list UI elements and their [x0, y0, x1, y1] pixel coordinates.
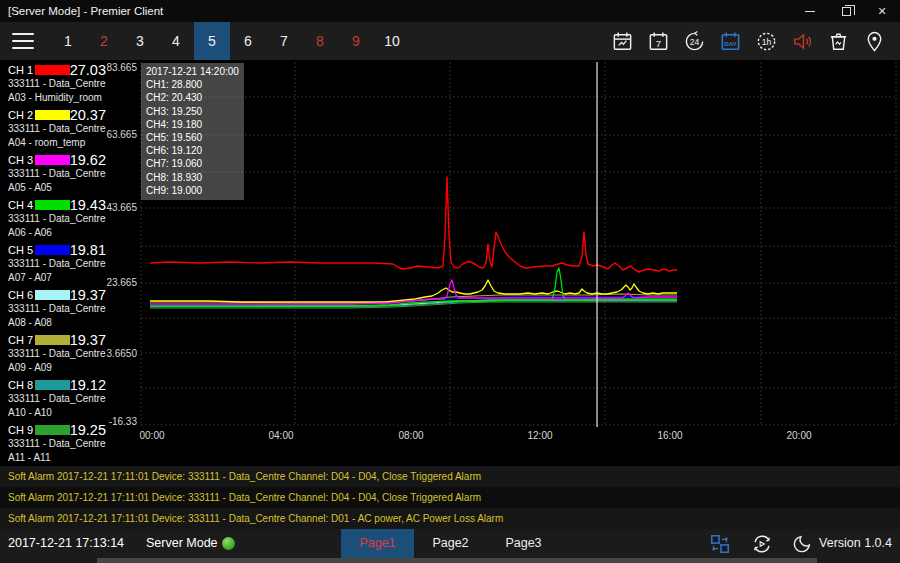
- channel-value: 19.81: [70, 242, 110, 258]
- channel-item[interactable]: CH 220.37333111 - Data_CentreA04 - room_…: [0, 105, 110, 150]
- tooltip-row: CH9: 19.000: [146, 184, 239, 197]
- tab-2[interactable]: 2: [86, 22, 122, 60]
- tooltip-row: CH2: 20.430: [146, 91, 239, 104]
- close-button[interactable]: ✕: [864, 0, 900, 22]
- channel-value: 19.62: [70, 152, 110, 168]
- channel-id: CH 9: [8, 424, 35, 436]
- channel-point: A03 - Humidity_room: [8, 91, 110, 105]
- tab-6[interactable]: 6: [230, 22, 266, 60]
- channel-device: 333111 - Data_Centre: [8, 212, 110, 226]
- channel-value: 19.37: [70, 287, 110, 303]
- channel-color-swatch: [35, 425, 69, 435]
- horizontal-scrollbar[interactable]: [97, 558, 817, 563]
- alarm-sound-icon[interactable]: [791, 30, 814, 53]
- x-tick-label: 04:00: [268, 430, 293, 441]
- channel-id: CH 1: [8, 64, 35, 76]
- svg-text:7: 7: [656, 37, 661, 48]
- channel-point: A11 - A11: [8, 451, 110, 465]
- title-bar: [Server Mode] - Premier Client ✕: [0, 0, 900, 22]
- tab-1[interactable]: 1: [50, 22, 86, 60]
- status-timestamp: 2017-12-21 17:13:14: [8, 529, 124, 558]
- tooltip-timestamp: 2017-12-21 14:20:00: [146, 65, 239, 78]
- restore-icon: [842, 7, 851, 16]
- minimize-button[interactable]: [792, 0, 828, 22]
- tab-10[interactable]: 10: [374, 22, 410, 60]
- channel-color-swatch: [35, 380, 69, 390]
- bottom-page-tabs: Page1Page2Page3: [341, 529, 560, 558]
- channel-device: 333111 - Data_Centre: [8, 167, 110, 181]
- channel-item[interactable]: CH 819.12333111 - Data_CentreA10 - A10: [0, 375, 110, 420]
- tooltip-row: CH3: 19.250: [146, 105, 239, 118]
- channel-point: A08 - A08: [8, 316, 110, 330]
- channel-value: 19.12: [70, 377, 110, 393]
- alarm-item[interactable]: Soft Alarm 2017-12-21 17:11:01 Device: 3…: [0, 466, 900, 487]
- channel-id: CH 2: [8, 109, 35, 121]
- tab-9[interactable]: 9: [338, 22, 374, 60]
- channel-item[interactable]: CH 919.25333111 - Data_CentreA11 - A11: [0, 420, 110, 465]
- channel-value: 27.03: [70, 62, 110, 78]
- channel-item[interactable]: CH 519.81333111 - Data_CentreA07 - A07: [0, 240, 110, 285]
- calendar-history-icon[interactable]: [611, 30, 634, 53]
- view-toolbar: 7 24 DAY 1h: [611, 30, 900, 53]
- page-tab-page1[interactable]: Page1: [341, 529, 414, 558]
- channel-item[interactable]: CH 719.37333111 - Data_CentreA09 - A09: [0, 330, 110, 375]
- y-tick-label: 23.665: [106, 277, 137, 288]
- page-tab-page3[interactable]: Page3: [487, 529, 560, 558]
- top-toolbar: 12345678910 7 24 DAY 1h: [0, 22, 900, 60]
- tooltip-rows: CH1: 28.800CH2: 20.430CH3: 19.250CH4: 19…: [146, 78, 239, 197]
- tooltip-row: CH8: 18.930: [146, 171, 239, 184]
- channel-color-swatch: [35, 245, 69, 255]
- channel-item[interactable]: CH 319.62333111 - Data_CentreA05 - A05: [0, 150, 110, 195]
- alarm-item[interactable]: Soft Alarm 2017-12-21 17:11:01 Device: 3…: [0, 508, 900, 529]
- y-tick-label: 83.665: [106, 62, 137, 73]
- channel-device: 333111 - Data_Centre: [8, 302, 110, 316]
- main-area: CH 127.03333111 - Data_CentreA03 - Humid…: [0, 60, 900, 466]
- channel-device: 333111 - Data_Centre: [8, 257, 110, 271]
- location-icon[interactable]: [863, 30, 886, 53]
- hours-24-icon[interactable]: 24: [683, 30, 706, 53]
- tooltip-row: CH5: 19.560: [146, 131, 239, 144]
- version-label: Version 1.0.4: [819, 529, 892, 558]
- window-title: [Server Mode] - Premier Client: [0, 5, 792, 17]
- sync-icon[interactable]: [751, 533, 773, 555]
- channel-id: CH 5: [8, 244, 35, 256]
- channel-point: A09 - A09: [8, 361, 110, 375]
- day-view-icon[interactable]: DAY: [719, 30, 742, 53]
- minimize-icon: [805, 11, 815, 12]
- channel-id: CH 6: [8, 289, 35, 301]
- tab-8[interactable]: 8: [302, 22, 338, 60]
- tab-3[interactable]: 3: [122, 22, 158, 60]
- channel-item[interactable]: CH 619.37333111 - Data_CentreA08 - A08: [0, 285, 110, 330]
- channel-color-swatch: [35, 155, 69, 165]
- hour-1-icon[interactable]: 1h: [755, 30, 778, 53]
- hamburger-icon: [12, 33, 34, 35]
- channel-point: A07 - A07: [8, 271, 110, 285]
- channel-device: 333111 - Data_Centre: [8, 392, 110, 406]
- tab-5[interactable]: 5: [194, 22, 230, 60]
- page-tab-page2[interactable]: Page2: [414, 529, 487, 558]
- x-axis: 00:0004:0008:0012:0016:0020:00: [140, 430, 900, 446]
- channel-color-swatch: [35, 110, 69, 120]
- channel-point: A04 - room_temp: [8, 136, 110, 150]
- tab-4[interactable]: 4: [158, 22, 194, 60]
- maximize-button[interactable]: [828, 0, 864, 22]
- channel-item[interactable]: CH 419.43333111 - Data_CentreA06 - A06: [0, 195, 110, 240]
- snapshot-delete-icon[interactable]: [827, 30, 850, 53]
- svg-text:DAY: DAY: [724, 39, 737, 46]
- menu-button[interactable]: [12, 33, 34, 49]
- calendar-week-icon[interactable]: 7: [647, 30, 670, 53]
- chart-tooltip: 2017-12-21 14:20:00 CH1: 28.800CH2: 20.4…: [141, 63, 244, 200]
- channel-device: 333111 - Data_Centre: [8, 437, 110, 451]
- chart-canvas[interactable]: 00:0004:0008:0012:0016:0020:00 2017-12-2…: [140, 60, 900, 466]
- tab-7[interactable]: 7: [266, 22, 302, 60]
- channel-value: 19.25: [70, 422, 110, 438]
- channel-id: CH 7: [8, 334, 35, 346]
- night-mode-icon[interactable]: [791, 533, 813, 555]
- channel-color-swatch: [35, 65, 69, 75]
- alarm-list: Soft Alarm 2017-12-21 17:11:01 Device: 3…: [0, 466, 900, 529]
- alarm-item[interactable]: Soft Alarm 2017-12-21 17:11:01 Device: 3…: [0, 487, 900, 508]
- channel-item[interactable]: CH 127.03333111 - Data_CentreA03 - Humid…: [0, 60, 110, 105]
- status-bar: 2017-12-21 17:13:14 Server Mode Page1Pag…: [0, 529, 900, 563]
- tooltip-row: CH1: 28.800: [146, 78, 239, 91]
- layout-switch-icon[interactable]: [709, 533, 731, 555]
